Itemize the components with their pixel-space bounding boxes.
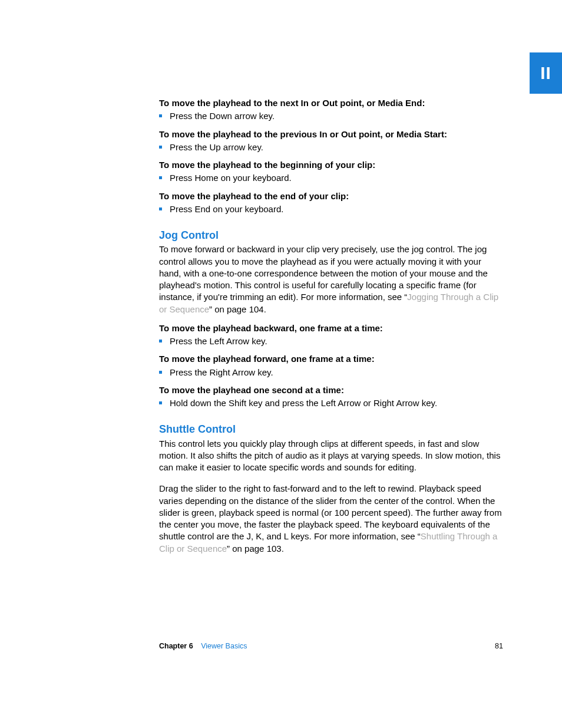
- shuttle-paragraph-2: Drag the slider to the right to fast-for…: [159, 483, 504, 555]
- jog-paragraph: To move forward or backward in your clip…: [159, 243, 504, 315]
- chapter-title: Viewer Basics: [201, 642, 247, 650]
- list-item: Hold down the Shift key and press the Le…: [159, 397, 504, 409]
- instruction-heading: To move the playhead to the end of your …: [159, 190, 504, 202]
- chapter-label: Chapter 6: [159, 642, 193, 650]
- list-item: Press the Up arrow key.: [159, 141, 504, 153]
- list-item: Press Home on your keyboard.: [159, 172, 504, 184]
- list-item: Press the Right Arrow key.: [159, 367, 504, 378]
- list-item: Press End on your keyboard.: [159, 203, 504, 215]
- shuttle-control-heading: Shuttle Control: [159, 422, 504, 436]
- page-footer: Chapter 6 Viewer Basics 81: [159, 641, 503, 651]
- instruction-heading: To move the playhead one second at a tim…: [159, 384, 504, 396]
- list-item: Press the Left Arrow key.: [159, 335, 504, 347]
- instruction-heading: To move the playhead to the previous In …: [159, 129, 504, 140]
- instruction-heading: To move the playhead backward, one frame…: [159, 322, 504, 334]
- shuttle-paragraph-1: This control lets you quickly play throu…: [159, 438, 504, 474]
- instruction-heading: To move the playhead to the beginning of…: [159, 159, 504, 171]
- list-item: Press the Down arrow key.: [159, 110, 504, 122]
- page-number: 81: [495, 641, 503, 651]
- instruction-heading: To move the playhead forward, one frame …: [159, 353, 504, 365]
- section-tab: II: [530, 52, 562, 94]
- page-content: To move the playhead to the next In or O…: [159, 97, 504, 555]
- jog-control-heading: Jog Control: [159, 228, 504, 242]
- instruction-heading: To move the playhead to the next In or O…: [159, 97, 504, 109]
